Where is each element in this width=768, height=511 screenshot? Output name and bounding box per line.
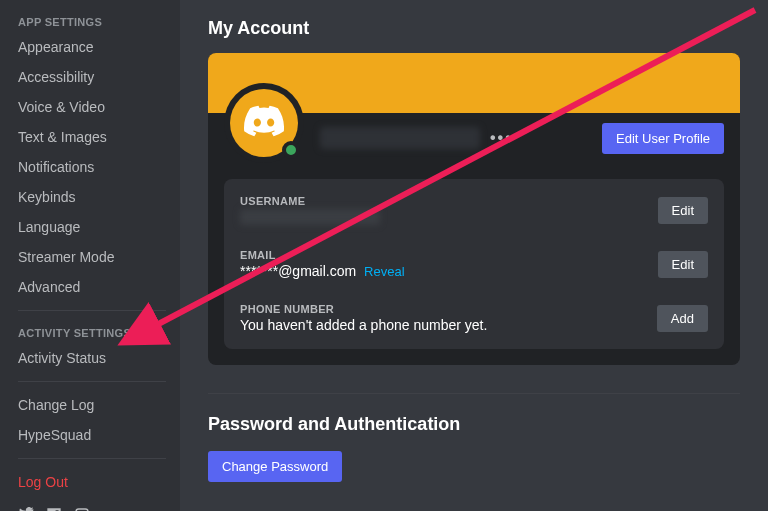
- status-online-icon: [282, 141, 300, 159]
- sidebar-item-text-images[interactable]: Text & Images: [10, 122, 174, 152]
- email-value: *******@gmail.com: [240, 263, 356, 279]
- sidebar-header-app-settings: APP SETTINGS: [10, 8, 174, 32]
- email-label: EMAIL: [240, 249, 658, 261]
- change-password-button[interactable]: Change Password: [208, 451, 342, 482]
- phone-value: You haven't added a phone number yet.: [240, 317, 657, 333]
- name-overflow-dots: •••: [490, 129, 513, 147]
- display-name-redacted: [320, 127, 480, 149]
- sidebar-item-hypesquad[interactable]: HypeSquad: [10, 420, 174, 450]
- instagram-icon[interactable]: [74, 507, 90, 511]
- sidebar-item-notifications[interactable]: Notifications: [10, 152, 174, 182]
- account-card: ••• Edit User Profile USERNAME Edit EMAI…: [208, 53, 740, 365]
- field-username: USERNAME Edit: [240, 183, 708, 237]
- sidebar-item-streamer-mode[interactable]: Streamer Mode: [10, 242, 174, 272]
- sidebar-item-voice-video[interactable]: Voice & Video: [10, 92, 174, 122]
- sidebar-item-keybinds[interactable]: Keybinds: [10, 182, 174, 212]
- sidebar-item-activity-status[interactable]: Activity Status: [10, 343, 174, 373]
- add-phone-button[interactable]: Add: [657, 305, 708, 332]
- edit-username-button[interactable]: Edit: [658, 197, 708, 224]
- section-divider: [208, 393, 740, 394]
- username-label: USERNAME: [240, 195, 658, 207]
- edit-user-profile-button[interactable]: Edit User Profile: [602, 123, 724, 154]
- sidebar-item-log-out[interactable]: Log Out: [10, 467, 174, 497]
- sidebar-item-change-log[interactable]: Change Log: [10, 390, 174, 420]
- avatar[interactable]: [224, 83, 304, 163]
- sidebar-header-activity-settings: ACTIVITY SETTINGS: [10, 319, 174, 343]
- profile-row: ••• Edit User Profile: [208, 113, 740, 179]
- password-section-title: Password and Authentication: [208, 414, 740, 435]
- sidebar-item-language[interactable]: Language: [10, 212, 174, 242]
- display-name-block: •••: [320, 127, 602, 149]
- facebook-icon[interactable]: [46, 507, 62, 511]
- twitter-icon[interactable]: [18, 507, 34, 511]
- sidebar-item-advanced[interactable]: Advanced: [10, 272, 174, 302]
- field-phone: PHONE NUMBER You haven't added a phone n…: [240, 291, 708, 345]
- username-value-redacted: [240, 209, 380, 225]
- sidebar-item-appearance[interactable]: Appearance: [10, 32, 174, 62]
- settings-sidebar: APP SETTINGS Appearance Accessibility Vo…: [0, 0, 180, 511]
- sidebar-item-accessibility[interactable]: Accessibility: [10, 62, 174, 92]
- reveal-email-link[interactable]: Reveal: [364, 264, 404, 279]
- edit-email-button[interactable]: Edit: [658, 251, 708, 278]
- sidebar-divider: [18, 381, 166, 382]
- page-title: My Account: [208, 18, 740, 39]
- field-email: EMAIL *******@gmail.com Reveal Edit: [240, 237, 708, 291]
- social-links: [10, 497, 174, 511]
- discord-logo-icon: [244, 101, 284, 145]
- sidebar-divider: [18, 458, 166, 459]
- account-fields: USERNAME Edit EMAIL *******@gmail.com Re…: [224, 179, 724, 349]
- sidebar-divider: [18, 310, 166, 311]
- main-content: My Account ••• Edit User Profile: [180, 0, 768, 511]
- phone-label: PHONE NUMBER: [240, 303, 657, 315]
